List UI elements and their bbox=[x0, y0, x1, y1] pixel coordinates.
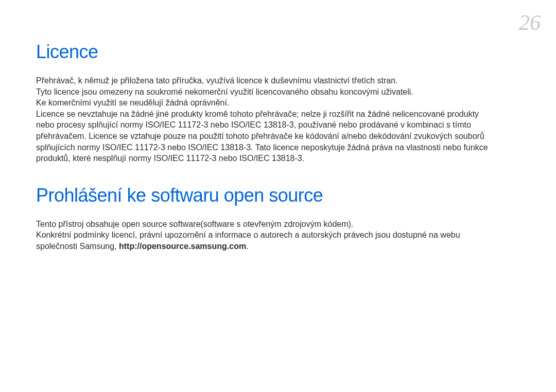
licence-paragraph-1: Přehrávač, k němuž je přiložena tato pří… bbox=[36, 75, 489, 86]
opensource-text-after-url: . bbox=[246, 242, 248, 251]
opensource-paragraph-1: Tento přístroj obsahuje open source soft… bbox=[36, 219, 489, 230]
licence-paragraph-3: Ke komerčními využití se neudělují žádná… bbox=[36, 97, 489, 109]
section-heading-opensource: Prohlášení ke softwaru open source bbox=[36, 185, 520, 206]
opensource-url: http://opensource.samsung.com bbox=[119, 242, 246, 251]
opensource-paragraph-2: Konkrétní podmínky licencí, právní upozo… bbox=[36, 229, 489, 252]
licence-paragraph-2: Tyto licence jsou omezeny na soukromé ne… bbox=[36, 86, 489, 98]
page-number: 26 bbox=[519, 10, 541, 35]
section-heading-licence: Licence bbox=[36, 41, 520, 63]
licence-paragraph-4: Licence se nevztahuje na žádné jiné prod… bbox=[36, 109, 489, 164]
